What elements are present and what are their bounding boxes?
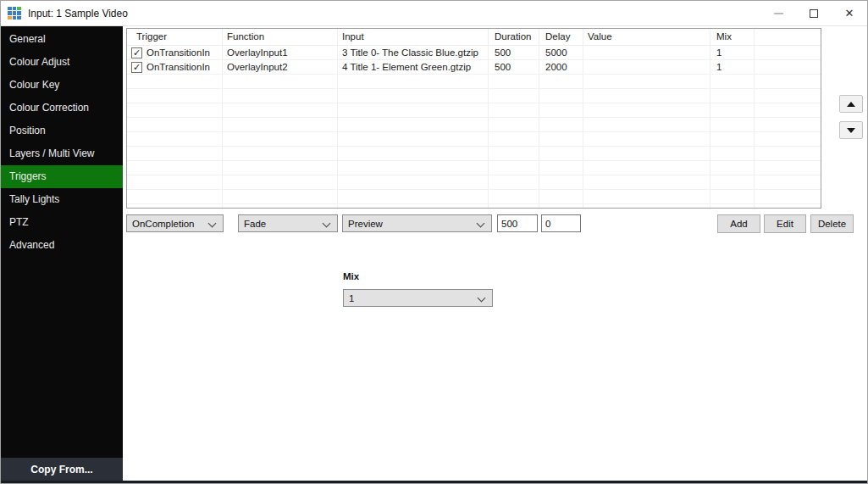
input-select[interactable]: Preview xyxy=(342,214,492,232)
table-row-empty xyxy=(127,89,821,103)
sidebar-item-position[interactable]: Position xyxy=(1,120,123,142)
cell-function: OverlayInput2 xyxy=(223,60,338,74)
table-body: ✓OnTransitionInOverlayInput13 Title 0- T… xyxy=(127,46,821,209)
move-up-button[interactable] xyxy=(839,95,863,113)
move-down-button[interactable] xyxy=(839,121,863,139)
sidebar-item-tally-lights[interactable]: Tally Lights xyxy=(1,188,123,211)
delete-button[interactable]: Delete xyxy=(810,214,854,233)
cell-delay: 5000 xyxy=(539,46,583,59)
trigger-name: OnTransitionIn xyxy=(147,46,210,59)
sidebar-item-triggers[interactable]: Triggers xyxy=(1,165,123,188)
trigger-type-select[interactable]: OnCompletion xyxy=(126,214,224,232)
table-row-empty xyxy=(127,204,821,209)
window-content: GeneralColour AdjustColour KeyColour Cor… xyxy=(1,26,867,481)
cell-extra xyxy=(755,46,821,59)
cell-mix: 1 xyxy=(710,46,755,59)
chevron-down-icon xyxy=(478,294,486,303)
cell-input: 3 Title 0- The Classic Blue.gtzip xyxy=(338,46,489,59)
copy-from-button[interactable]: Copy From... xyxy=(1,458,123,481)
window-title: Input: 1 Sample Video xyxy=(28,8,128,19)
column-header-empty[interactable] xyxy=(755,29,821,45)
column-header-duration[interactable]: Duration xyxy=(489,29,539,45)
mix-select[interactable]: 1 xyxy=(343,289,493,307)
table-row-empty xyxy=(127,75,821,89)
sidebar: GeneralColour AdjustColour KeyColour Cor… xyxy=(1,26,123,481)
window-bottom-border xyxy=(1,481,867,483)
cell-mix: 1 xyxy=(710,60,755,74)
minimize-button[interactable] xyxy=(760,1,796,25)
trigger-enabled-checkbox[interactable]: ✓ xyxy=(131,47,142,58)
mix-label: Mix xyxy=(343,271,359,281)
table-row-empty xyxy=(127,190,821,204)
up-arrow-icon xyxy=(847,102,855,107)
trigger-enabled-checkbox[interactable]: ✓ xyxy=(131,62,142,73)
delay-input[interactable] xyxy=(541,214,581,232)
sidebar-item-advanced[interactable]: Advanced xyxy=(1,234,123,257)
cell-extra xyxy=(755,60,821,74)
table-row-empty xyxy=(127,147,821,161)
vmix-app-icon xyxy=(8,7,21,19)
column-header-value[interactable]: Value xyxy=(583,29,710,45)
close-button[interactable]: ✕ xyxy=(832,1,867,25)
chevron-down-icon xyxy=(323,220,331,228)
triggers-panel: TriggerFunctionInputDurationDelayValueMi… xyxy=(123,26,867,481)
duration-input[interactable] xyxy=(497,214,538,232)
sidebar-item-colour-correction[interactable]: Colour Correction xyxy=(1,97,123,120)
column-header-function[interactable]: Function xyxy=(223,29,338,45)
cell-duration: 500 xyxy=(489,46,539,59)
trigger-name: OnTransitionIn xyxy=(147,60,210,74)
table-row[interactable]: ✓OnTransitionInOverlayInput24 Title 1- E… xyxy=(127,60,821,75)
minimize-icon xyxy=(774,13,783,14)
cell-duration: 500 xyxy=(489,60,539,74)
window-controls: ✕ xyxy=(760,1,867,25)
maximize-icon xyxy=(810,9,818,18)
maximize-button[interactable] xyxy=(796,1,832,25)
table-row-empty xyxy=(127,103,821,118)
table-header: TriggerFunctionInputDurationDelayValueMi… xyxy=(127,29,821,46)
sidebar-item-layers-multi-view[interactable]: Layers / Multi View xyxy=(1,142,123,165)
cell-value xyxy=(583,60,710,74)
cell-trigger[interactable]: ✓OnTransitionIn xyxy=(127,60,223,74)
cell-input: 4 Title 1- Element Green.gtzip xyxy=(338,60,489,74)
chevron-down-icon xyxy=(477,220,485,228)
column-header-input[interactable]: Input xyxy=(338,29,489,45)
sidebar-item-colour-key[interactable]: Colour Key xyxy=(1,74,123,97)
table-row[interactable]: ✓OnTransitionInOverlayInput13 Title 0- T… xyxy=(127,46,821,60)
chevron-down-icon xyxy=(208,220,217,228)
cell-value xyxy=(583,46,710,59)
triggers-table: TriggerFunctionInputDurationDelayValueMi… xyxy=(126,28,821,209)
column-header-trigger[interactable]: Trigger xyxy=(127,29,223,45)
titlebar: Input: 1 Sample Video ✕ xyxy=(1,1,867,26)
table-row-empty xyxy=(127,161,821,175)
function-select[interactable]: Fade xyxy=(238,214,338,232)
table-row-empty xyxy=(127,132,821,147)
sidebar-item-colour-adjust[interactable]: Colour Adjust xyxy=(1,51,123,74)
sidebar-item-ptz[interactable]: PTZ xyxy=(1,211,123,234)
sidebar-item-general[interactable]: General xyxy=(1,28,123,51)
add-button[interactable]: Add xyxy=(717,214,760,233)
cell-delay: 2000 xyxy=(539,60,583,74)
input-settings-window: Input: 1 Sample Video ✕ GeneralColour Ad… xyxy=(0,0,868,484)
table-row-empty xyxy=(127,175,821,190)
column-header-mix[interactable]: Mix xyxy=(710,29,755,45)
cell-trigger[interactable]: ✓OnTransitionIn xyxy=(127,46,223,59)
table-row-empty xyxy=(127,118,821,132)
edit-button[interactable]: Edit xyxy=(764,214,806,233)
sidebar-menu: GeneralColour AdjustColour KeyColour Cor… xyxy=(1,26,123,257)
column-header-delay[interactable]: Delay xyxy=(539,29,583,45)
cell-function: OverlayInput1 xyxy=(223,46,338,59)
down-arrow-icon xyxy=(847,128,855,133)
close-icon: ✕ xyxy=(845,8,854,19)
